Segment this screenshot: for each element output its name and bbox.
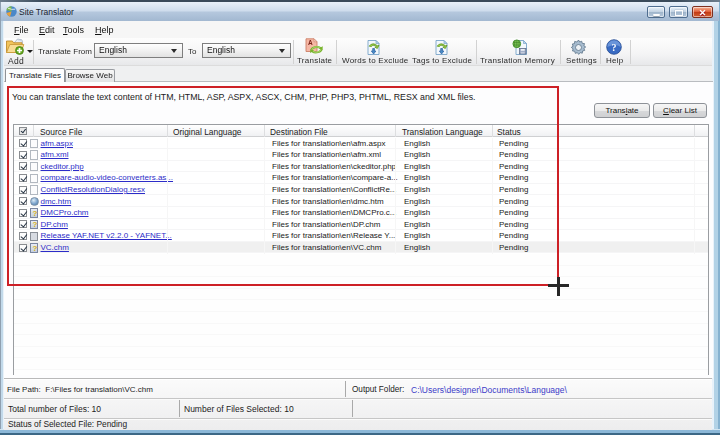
svg-text:A: A [308,39,313,46]
svg-text:?: ? [612,42,617,53]
